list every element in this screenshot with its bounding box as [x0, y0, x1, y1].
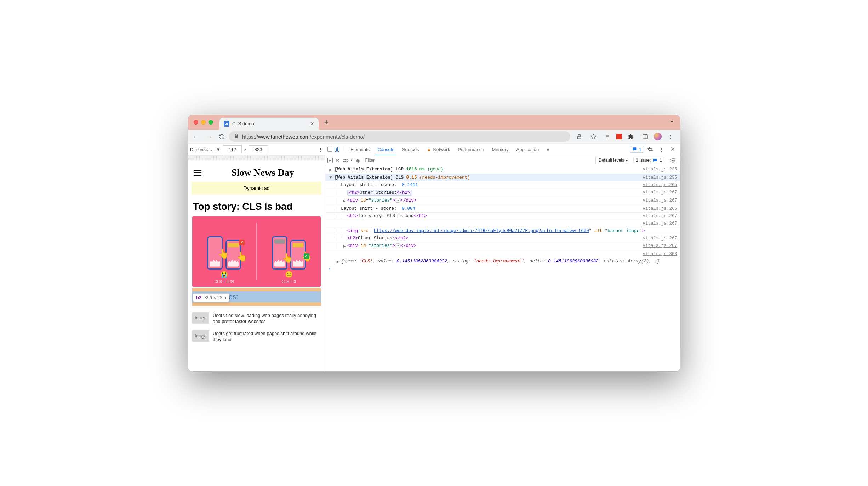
log-row[interactable]: vitals.js:267 — [325, 220, 680, 227]
source-link[interactable]: vitals.js:265 — [639, 183, 677, 187]
tabs-overflow[interactable]: » — [543, 144, 553, 155]
svg-marker-2 — [591, 134, 596, 139]
profile-avatar[interactable] — [654, 133, 662, 140]
log-row[interactable]: Layout shift - score: 0.004 vitals.js:26… — [325, 205, 680, 213]
tab-application[interactable]: Application — [513, 144, 543, 155]
width-input[interactable] — [223, 145, 242, 153]
extension-red-icon[interactable] — [616, 134, 622, 139]
nav-forward-button[interactable]: → — [204, 131, 214, 142]
browser-menu-icon[interactable]: ⋮ — [665, 131, 676, 142]
log-row[interactable]: ▶ [Web Vitals Extension] LCP 1816 ms (go… — [325, 166, 680, 174]
list-item[interactable]: Image Users find slow-loading web pages … — [192, 309, 321, 328]
live-expression-icon[interactable]: ◉ — [356, 158, 360, 163]
hand-icon: 👆 — [282, 253, 293, 264]
top-story-heading: Top story: CLS is bad — [192, 195, 321, 216]
device-toolbar: Dimensio… ▼ × ⋮ Slow News Day Dynamic ad… — [188, 144, 325, 371]
story-thumb: Image — [192, 312, 209, 324]
nav-back-button[interactable]: ← — [191, 131, 201, 142]
source-link[interactable]: vitals.js:267 — [639, 243, 677, 249]
tab-strip: CLS demo ✕ + — [188, 115, 680, 130]
url-text: https://www.tunetheweb.com/experiments/c… — [242, 134, 365, 140]
source-link[interactable]: vitals.js:267 — [639, 221, 677, 226]
share-icon[interactable] — [574, 131, 584, 142]
svg-rect-3 — [643, 134, 647, 138]
story-text: Users get frustrated when pages shift ar… — [213, 330, 321, 343]
hand-icon: 👆 — [218, 248, 229, 259]
log-row[interactable]: ▶<div id="stories">⋯</div> vitals.js:267 — [325, 197, 680, 205]
filter-input[interactable] — [363, 156, 596, 164]
extensions-puzzle-icon[interactable] — [626, 131, 636, 142]
source-link[interactable]: vitals.js:267 — [639, 236, 677, 241]
devtools-close-icon[interactable]: ✕ — [667, 144, 678, 155]
browser-tab[interactable]: CLS demo ✕ — [219, 118, 319, 130]
masthead: Slow News Day — [206, 167, 319, 178]
tab-title: CLS demo — [232, 121, 307, 126]
sidepanel-icon[interactable] — [640, 131, 650, 142]
source-link[interactable]: vitals.js:267 — [639, 190, 677, 196]
dim-x: × — [244, 147, 247, 152]
new-tab-button[interactable]: + — [321, 115, 331, 130]
tab-favicon — [224, 121, 229, 127]
log-row[interactable]: ▼ [Web Vitals Extension] CLS 0.15 (needs… — [325, 174, 680, 181]
window-zoom[interactable] — [209, 120, 213, 125]
log-row[interactable]: vitals.js:308 — [325, 250, 680, 258]
tabs-dropdown-icon[interactable] — [669, 119, 674, 125]
crying-face-icon: 😭 — [220, 271, 228, 278]
console-log[interactable]: ▶ [Web Vitals Extension] LCP 1816 ms (go… — [325, 166, 680, 371]
svg-point-5 — [672, 160, 673, 161]
source-link[interactable]: vitals.js:235 — [639, 175, 677, 180]
hamburger-icon[interactable] — [194, 170, 201, 176]
list-item[interactable]: Image Users get frustrated when pages sh… — [192, 328, 321, 346]
log-levels-selector[interactable]: Default levels ▼ — [599, 158, 630, 163]
console-toolbar: ⊘ top ▼ ◉ Default levels ▼ 1 Issue: 1 — [325, 155, 680, 166]
expand-icon[interactable]: ▶ — [327, 167, 335, 173]
window-minimize[interactable] — [201, 120, 206, 125]
tab-close-icon[interactable]: ✕ — [310, 121, 314, 127]
omnibox[interactable]: https://www.tunetheweb.com/experiments/c… — [229, 131, 570, 142]
height-input[interactable] — [249, 145, 268, 153]
device-menu-icon[interactable]: ⋮ — [318, 147, 323, 152]
tab-memory[interactable]: Memory — [489, 144, 512, 155]
log-row[interactable]: <h2>Other Stories:</h2> vitals.js:267 — [325, 189, 680, 197]
devtools-menu-icon[interactable]: ⋮ — [656, 144, 667, 155]
log-row[interactable]: ▶<div id="stories">⋯</div> vitals.js:267 — [325, 242, 680, 250]
issues-badge[interactable]: 1 — [630, 146, 644, 153]
context-selector[interactable]: top ▼ — [343, 158, 353, 163]
source-link[interactable]: vitals.js:267 — [639, 214, 677, 219]
log-row[interactable]: Layout shift - score: 0.1411 vitals.js:2… — [325, 181, 680, 189]
collapse-icon[interactable]: ▼ — [327, 175, 335, 180]
source-link[interactable]: vitals.js:235 — [639, 167, 677, 173]
console-sidebar-icon[interactable] — [327, 158, 333, 163]
dimensions-caret-icon[interactable]: ▼ — [216, 147, 221, 152]
clear-console-icon[interactable]: ⊘ — [336, 157, 340, 163]
source-link[interactable]: vitals.js:267 — [639, 198, 677, 204]
device-mode-icon[interactable] — [334, 147, 340, 152]
tab-console[interactable]: Console — [374, 144, 398, 155]
tab-elements[interactable]: Elements — [347, 144, 373, 155]
window-close[interactable] — [194, 120, 198, 125]
flag-icon[interactable] — [602, 131, 613, 142]
inspect-element-icon[interactable] — [327, 147, 332, 152]
tab-network[interactable]: ▲Network — [423, 144, 454, 155]
log-row[interactable]: <h1>Top story: CLS is bad</h1> vitals.js… — [325, 213, 680, 220]
x-mark-icon: ✕ — [239, 240, 245, 245]
console-prompt[interactable]: › — [325, 266, 680, 273]
dimensions-label[interactable]: Dimensio… — [190, 147, 214, 152]
tab-performance[interactable]: Performance — [454, 144, 487, 155]
issues-chip[interactable]: 1 Issue: 1 — [633, 157, 664, 163]
bookmark-star-icon[interactable] — [588, 131, 599, 142]
source-link[interactable]: vitals.js:265 — [639, 206, 677, 211]
source-link[interactable]: vitals.js:308 — [639, 251, 677, 256]
log-row[interactable]: <img src="https://web-dev.imgix.net/imag… — [325, 227, 680, 235]
nav-reload-button[interactable] — [216, 131, 227, 142]
devtools-tabbar: Elements Console Sources ▲Network Perfor… — [325, 144, 680, 155]
log-row[interactable]: <h2>Other Stories:</h2> vitals.js:267 — [325, 235, 680, 242]
check-mark-icon: ✓ — [304, 253, 309, 259]
page-viewport[interactable]: Slow News Day Dynamic ad Top story: CLS … — [188, 160, 325, 371]
console-settings-gear-icon[interactable] — [667, 155, 678, 166]
log-row[interactable]: ▶{name: 'CLS', value: 0.1451186286098693… — [325, 258, 680, 266]
tab-sources[interactable]: Sources — [399, 144, 423, 155]
cls-right-caption: CLS = 0 — [282, 279, 296, 284]
settings-gear-icon[interactable] — [645, 144, 655, 155]
neutral-face-icon: 😐 — [285, 271, 293, 278]
